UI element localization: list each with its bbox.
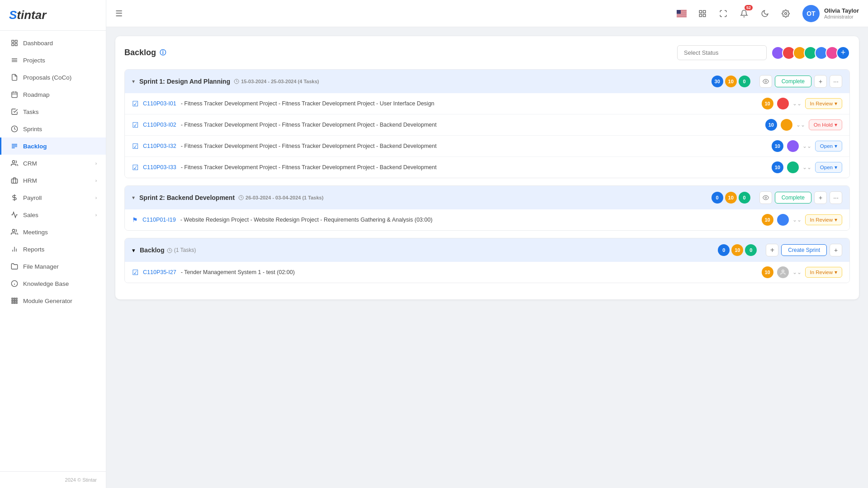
sidebar-item-label: Dashboard <box>23 40 53 47</box>
task-expand-button[interactable]: ⌄⌄ <box>792 269 802 275</box>
sprint2-more-button[interactable]: ··· <box>830 191 842 204</box>
task-id[interactable]: C110P03-I02 <box>143 122 176 128</box>
sidebar-item-label: Proposals (CoCo) <box>23 74 71 81</box>
sidebar-item-hrm[interactable]: HRM › <box>0 172 106 189</box>
sidebar-item-reports[interactable]: Reports <box>0 241 106 258</box>
sidebar-item-sales[interactable]: Sales › <box>0 206 106 223</box>
task-status-badge[interactable]: Open ▾ <box>815 162 842 173</box>
svg-rect-30 <box>699 10 702 13</box>
user-profile[interactable]: OT Olivia Taylor Administrator <box>802 5 859 22</box>
task-expand-button[interactable]: ⌄⌄ <box>792 100 802 107</box>
task-checkbox[interactable]: ☑ <box>132 163 138 172</box>
apps-grid-button[interactable] <box>695 6 710 21</box>
sidebar-item-label: Payroll <box>23 194 42 201</box>
sprint1-more-button[interactable]: ··· <box>830 75 842 88</box>
add-team-member-button[interactable]: + <box>836 46 850 60</box>
sidebar-item-module-generator[interactable]: Module Generator <box>0 292 106 309</box>
svg-rect-33 <box>703 14 705 16</box>
sprint2-collapse-button[interactable]: ▾ <box>132 194 135 201</box>
sidebar-item-knowledge-base[interactable]: Knowledge Base <box>0 275 106 292</box>
sidebar-item-label: File Manager <box>23 263 59 270</box>
sidebar-item-crm[interactable]: CRM › <box>0 155 106 172</box>
sidebar-item-file-manager[interactable]: File Manager <box>0 258 106 275</box>
sprint1-complete-button[interactable]: Complete <box>775 76 811 87</box>
sidebar-item-tasks[interactable]: Tasks <box>0 103 106 120</box>
sprint2-view-button[interactable] <box>759 191 772 204</box>
sprint1-view-button[interactable] <box>759 75 772 88</box>
menu-toggle-button[interactable]: ☰ <box>115 9 123 19</box>
sidebar-item-proposals[interactable]: Proposals (CoCo) <box>0 69 106 86</box>
task-title: - Tender Management System 1 - test (02:… <box>181 269 757 275</box>
task-checkbox[interactable]: ☑ <box>132 268 138 277</box>
task-id[interactable]: C110P01-I19 <box>142 217 176 223</box>
sprint1-date: 15-03-2024 - 25-03-2024 (4 Tasks) <box>234 79 319 84</box>
svg-rect-18 <box>16 300 17 302</box>
sprint2-complete-button[interactable]: Complete <box>775 192 811 204</box>
backlog-badge-orange: 10 <box>731 244 743 256</box>
svg-rect-0 <box>12 40 14 43</box>
task-status-badge[interactable]: In Review ▾ <box>805 214 843 225</box>
backlog-section-collapse-button[interactable]: ▾ <box>132 247 135 254</box>
task-avatar <box>781 119 792 131</box>
task-points: 10 <box>762 266 773 278</box>
svg-rect-17 <box>14 300 15 302</box>
dark-mode-button[interactable] <box>757 6 773 21</box>
task-status-badge[interactable]: In Review ▾ <box>805 98 843 109</box>
sidebar-item-label: Tasks <box>23 109 39 115</box>
task-id[interactable]: C110P35-I27 <box>143 269 176 275</box>
sidebar-item-projects[interactable]: Projects <box>0 52 106 69</box>
proposals-icon <box>10 73 19 81</box>
copyright: 2024 © Stintar <box>0 471 106 488</box>
fullscreen-button[interactable] <box>716 6 731 21</box>
sidebar-item-label: Module Generator <box>23 298 72 304</box>
task-expand-button[interactable]: ⌄⌄ <box>792 217 802 223</box>
status-filter-input[interactable] <box>677 45 767 60</box>
svg-rect-29 <box>677 10 681 14</box>
sidebar-item-sprints[interactable]: Sprints <box>0 120 106 137</box>
task-right: 10 ⌄⌄ In Review ▾ <box>762 266 843 278</box>
backlog-section-add-button[interactable]: + <box>766 244 778 256</box>
meetings-icon <box>10 228 19 236</box>
sprint2-badge-blue: 0 <box>711 192 723 204</box>
task-status-badge[interactable]: Open ▾ <box>815 141 842 152</box>
task-avatar <box>787 161 799 173</box>
task-id[interactable]: C110P03-I32 <box>143 143 176 149</box>
sidebar-item-meetings[interactable]: Meetings <box>0 223 106 241</box>
task-checkbox[interactable]: ☑ <box>132 99 138 108</box>
task-status-badge[interactable]: In Review ▾ <box>805 267 843 278</box>
task-checkbox[interactable]: ☑ <box>132 121 138 129</box>
sprint2-add-button[interactable]: + <box>814 191 827 204</box>
payroll-icon <box>10 194 19 202</box>
task-checkbox[interactable]: ☑ <box>132 142 138 151</box>
sidebar-item-roadmap[interactable]: Roadmap <box>0 86 106 103</box>
content-area: Backlog ⓘ + <box>106 27 868 488</box>
sprint1-badge-blue: 30 <box>711 76 723 87</box>
settings-button[interactable] <box>778 6 793 21</box>
task-right: 10 ⌄⌄ On Hold ▾ <box>765 119 842 131</box>
notifications-button[interactable]: 52 <box>736 6 752 21</box>
sales-arrow-icon: › <box>95 213 97 218</box>
task-expand-button[interactable]: ⌄⌄ <box>796 122 805 128</box>
create-sprint-button[interactable]: Create Sprint <box>781 244 827 256</box>
task-row: ☑ C110P03-I02 - Fitness Tracker Developm… <box>125 114 849 136</box>
task-points: 10 <box>772 161 783 173</box>
task-id[interactable]: C110P03-I01 <box>143 100 176 107</box>
user-info: Olivia Taylor Administrator <box>824 7 859 19</box>
sprint1-add-button[interactable]: + <box>814 75 827 88</box>
sidebar-item-dashboard[interactable]: Dashboard <box>0 34 106 52</box>
sprint-section-2: ▾ Sprint 2: Backend Development 26-03-20… <box>124 185 850 231</box>
task-status-badge[interactable]: On Hold ▾ <box>809 119 842 130</box>
sidebar-item-payroll[interactable]: Payroll › <box>0 189 106 206</box>
backlog-info-icon[interactable]: ⓘ <box>160 49 166 57</box>
sidebar-item-backlog[interactable]: Backlog <box>0 137 106 155</box>
language-selector[interactable] <box>674 6 689 21</box>
backlog-icon <box>10 142 19 150</box>
sidebar-item-label: Backlog <box>23 143 47 150</box>
backlog-section-more-button[interactable]: + <box>830 244 842 256</box>
sprint1-badge-orange: 10 <box>725 76 737 87</box>
sprint1-collapse-button[interactable]: ▾ <box>132 78 135 85</box>
task-expand-button[interactable]: ⌄⌄ <box>802 143 811 149</box>
task-id[interactable]: C110P03-I33 <box>143 164 176 171</box>
task-points: 10 <box>772 140 783 152</box>
task-expand-button[interactable]: ⌄⌄ <box>802 164 811 171</box>
